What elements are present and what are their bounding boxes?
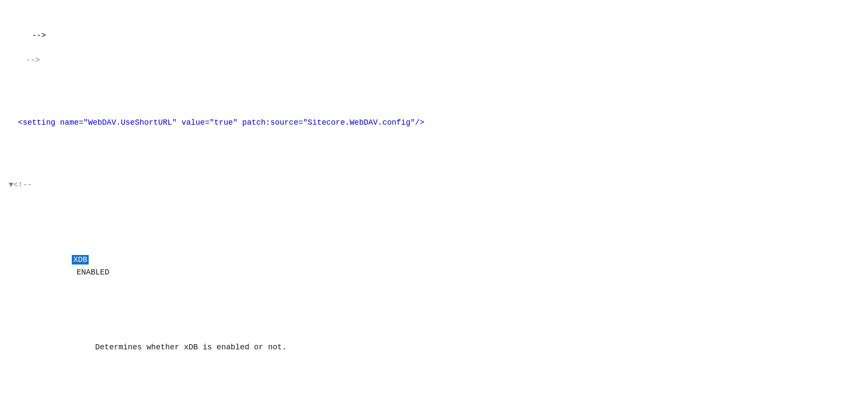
comment-open-tag-1: ▼<!-- <box>9 179 32 191</box>
comment-close-1: --> <box>9 54 40 67</box>
page-wrapper: --> --> <setting name="WebDAV.UseShortUR… <box>9 4 859 400</box>
line-xdb-enabled-header: XDB ENABLED <box>9 241 859 291</box>
line-setting-webdav: <setting name="WebDAV.UseShortURL" value… <box>9 116 859 129</box>
setting-webdav-tag: <setting name="WebDAV.UseShortURL" value… <box>9 116 424 129</box>
line-comment-1: --> <box>9 54 859 67</box>
code-block: --> --> <setting name="WebDAV.UseShortUR… <box>9 4 859 400</box>
xdb-highlight: XDB <box>72 255 88 265</box>
determines-xdb-text: Determines whether xDB is enabled or not… <box>9 341 287 354</box>
line-comment-open-1: ▼<!-- <box>9 179 859 191</box>
xdb-enabled-indent: XDB ENABLED <box>9 241 109 291</box>
line-determines-xdb: Determines whether xDB is enabled or not… <box>9 341 859 354</box>
enabled-label: ENABLED <box>72 268 109 277</box>
